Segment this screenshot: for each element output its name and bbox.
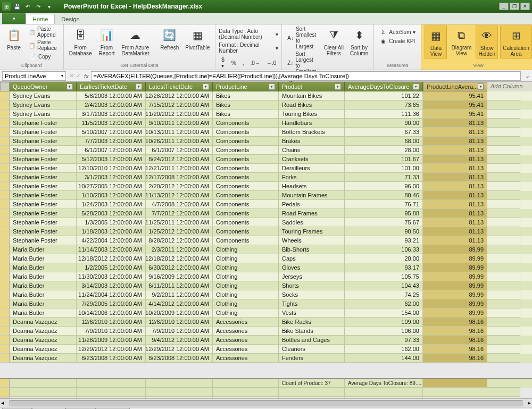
cell[interactable]: Accessories <box>213 354 279 363</box>
accept-formula-button[interactable]: ✓ <box>75 72 82 79</box>
cell[interactable]: Components <box>213 137 279 146</box>
cell[interactable]: Fenders <box>279 354 345 363</box>
cell[interactable]: Stephanie Foster <box>10 119 77 128</box>
cell[interactable]: 1/18/2003 12:00:00 AM <box>77 227 146 236</box>
cell[interactable]: 93.21 <box>345 236 423 245</box>
row-header[interactable] <box>0 245 10 254</box>
cell[interactable]: Maria Butler <box>10 254 77 263</box>
row-header[interactable] <box>0 318 10 327</box>
copy-button[interactable]: 📄Copy <box>27 52 60 61</box>
filter-dropdown-icon[interactable]: ▾ <box>136 84 142 90</box>
cell[interactable]: 80.46 <box>345 191 423 200</box>
cell[interactable]: 12/18/2012 12:00:00 AM <box>146 254 213 263</box>
cell[interactable]: 8/24/2012 12:00:00 AM <box>146 155 213 164</box>
row-header[interactable] <box>0 281 10 290</box>
cell[interactable]: Cranksets <box>279 155 345 164</box>
cell[interactable]: 75.67 <box>345 218 423 227</box>
cell[interactable]: 98.16 <box>423 318 487 327</box>
cell[interactable]: Sydney Evans <box>10 91 77 101</box>
pivottable-button[interactable]: ▦PivotTable <box>183 26 212 52</box>
redo-icon[interactable]: ↷ <box>34 2 43 11</box>
cell[interactable]: 1/24/2003 12:00:00 AM <box>77 200 146 209</box>
cell[interactable]: 81.13 <box>423 200 487 209</box>
from-report-button[interactable]: 📊From Report <box>96 26 118 57</box>
cell[interactable]: 81.13 <box>423 173 487 182</box>
cell[interactable]: 90.50 <box>345 227 423 236</box>
close-button[interactable]: ✕ <box>520 3 530 10</box>
cell[interactable]: Deanna Vazquez <box>10 336 77 345</box>
cell[interactable]: 81.13 <box>423 119 487 128</box>
cell[interactable]: 10/27/2005 12:00:00 AM <box>77 182 146 191</box>
row-header[interactable] <box>0 308 10 318</box>
cell[interactable]: 89.99 <box>423 281 487 290</box>
column-header[interactable]: ProductLine▾ <box>213 82 279 91</box>
sort-asc-button[interactable]: A↓Sort Smallest to Largest <box>285 26 319 50</box>
cell[interactable]: 101.67 <box>345 155 423 164</box>
row-header[interactable] <box>0 327 10 336</box>
cell[interactable]: Tights <box>279 299 345 308</box>
cell[interactable]: 76.71 <box>345 200 423 209</box>
column-header[interactable]: QueueOwner▾ <box>10 82 77 91</box>
cell[interactable]: Stephanie Foster <box>10 218 77 227</box>
cell[interactable]: Bikes <box>213 101 279 110</box>
row-header[interactable] <box>0 299 10 308</box>
cell[interactable]: 6/11/2011 12:00:00 AM <box>146 281 213 290</box>
cell[interactable]: 12/29/2012 12:00:00 AM <box>146 345 213 354</box>
save-icon[interactable]: 💾 <box>13 2 21 11</box>
cell[interactable]: Deanna Vazquez <box>10 318 77 327</box>
cell[interactable]: 5/10/2007 12:00:00 AM <box>77 128 146 137</box>
scroll-right-icon[interactable]: ▸ <box>527 399 532 406</box>
filter-dropdown-icon[interactable]: ▾ <box>478 84 484 90</box>
cell[interactable]: 89.99 <box>423 290 487 299</box>
cell[interactable]: Stephanie Foster <box>10 155 77 164</box>
cell[interactable]: Touring Bikes <box>279 110 345 119</box>
cell[interactable]: Deanna Vazquez <box>10 327 77 336</box>
cell[interactable]: Clothing <box>213 308 279 318</box>
row-header[interactable] <box>0 336 10 345</box>
cell[interactable]: 5/12/2003 12:00:00 AM <box>77 155 146 164</box>
filter-dropdown-icon[interactable]: ▾ <box>413 84 419 90</box>
cell[interactable]: 109.00 <box>345 318 423 327</box>
cell[interactable]: Mountain Bikes <box>279 91 345 101</box>
cell[interactable]: Components <box>213 182 279 191</box>
cell[interactable]: Maria Butler <box>10 245 77 254</box>
cell[interactable]: Handlebars <box>279 119 345 128</box>
cell[interactable]: Components <box>213 173 279 182</box>
cell[interactable]: 81.13 <box>423 236 487 245</box>
cell[interactable]: Stephanie Foster <box>10 146 77 155</box>
cell[interactable]: Caps <box>279 254 345 263</box>
cell[interactable]: Stephanie Foster <box>10 209 77 218</box>
cancel-formula-button[interactable]: ✕ <box>68 72 75 79</box>
cell[interactable]: Road Bikes <box>279 101 345 110</box>
cell[interactable]: Deanna Vazquez <box>10 354 77 363</box>
cell[interactable]: 89.99 <box>423 245 487 254</box>
cell[interactable]: 7/9/2010 12:00:00 AM <box>146 327 213 336</box>
cell[interactable]: 95.41 <box>423 91 487 101</box>
cell[interactable]: Bottom Brackets <box>279 128 345 137</box>
cell[interactable]: Chains <box>279 146 345 155</box>
cell[interactable]: 2/4/2003 12:00:00 AM <box>77 101 146 110</box>
row-header[interactable] <box>0 218 10 227</box>
cell[interactable]: Sydney Evans <box>10 101 77 110</box>
cell[interactable]: Saddles <box>279 218 345 227</box>
cell[interactable]: Stephanie Foster <box>10 128 77 137</box>
refresh-button[interactable]: 🔄Refresh <box>158 26 181 52</box>
cell[interactable]: 81.13 <box>423 218 487 227</box>
autosum-button[interactable]: ΣAutoSum ▾ <box>377 28 418 36</box>
cell[interactable]: 97.33 <box>345 336 423 345</box>
cell[interactable]: Accessories <box>213 327 279 336</box>
cell[interactable]: 6/1/2007 12:00:00 AM <box>146 146 213 155</box>
cell[interactable]: 81.13 <box>423 128 487 137</box>
cell[interactable]: 7/7/2003 12:00:00 AM <box>77 137 146 146</box>
row-header[interactable] <box>0 173 10 182</box>
cell[interactable]: Accessories <box>213 345 279 354</box>
cell[interactable]: Maria Butler <box>10 308 77 318</box>
cell[interactable]: Bikes <box>213 110 279 119</box>
select-all-corner[interactable] <box>0 82 10 91</box>
cell[interactable]: Components <box>213 119 279 128</box>
cell[interactable]: 20.00 <box>345 254 423 263</box>
cell[interactable]: Vests <box>279 308 345 318</box>
cell[interactable]: 3/17/2003 12:00:00 AM <box>77 110 146 119</box>
cell[interactable]: 11/13/2012 12:00:00 AM <box>146 191 213 200</box>
paste-replace-button[interactable]: 📋Paste Replace <box>27 39 60 52</box>
